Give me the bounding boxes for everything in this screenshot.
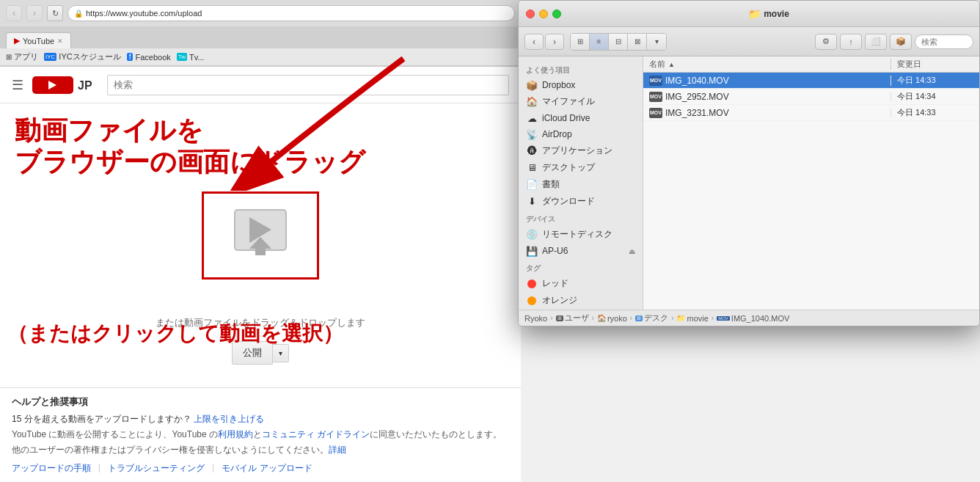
sidebar-item-ap-u6[interactable]: 💾 AP-U6 ⏏ bbox=[519, 243, 643, 259]
favorites-label: よく使う項目 bbox=[519, 61, 643, 77]
help-link3[interactable]: コミュニティ ガイドライン bbox=[262, 429, 370, 439]
coverflow-view-button[interactable]: ⊠ bbox=[628, 34, 647, 50]
tab-label: YouTube bbox=[23, 37, 54, 45]
drag-annotation: 動画ファイルを ブラウザーの画面にドラッグ bbox=[15, 114, 365, 178]
reload-button[interactable]: ↻ bbox=[47, 5, 63, 21]
footer-links: アップロードの手順 | トラブルシューティング | モバイル アップロード bbox=[12, 462, 509, 475]
help-link1[interactable]: 上限を引き上げる bbox=[194, 414, 264, 424]
view-dropdown-button[interactable]: ▾ bbox=[647, 34, 666, 50]
date-column-header[interactable]: 変更日 bbox=[891, 59, 979, 70]
window-traffic-lights bbox=[526, 10, 561, 18]
upload-box[interactable] bbox=[202, 191, 319, 280]
help-link2[interactable]: 利用規約 bbox=[218, 429, 253, 439]
menu-icon[interactable]: ☰ bbox=[12, 77, 23, 93]
file-date-0: 今日 14:33 bbox=[891, 75, 979, 86]
sidebar-item-applications[interactable]: 🅐 アプリケーション bbox=[519, 142, 643, 159]
column-headers: 名前 ▲ 変更日 bbox=[643, 56, 979, 73]
active-tab[interactable]: ▶ YouTube ✕ bbox=[6, 32, 71, 48]
bookmarks-bar: ⊞ アプリ IYC IYCスケジュール f Facebook Tw Tv... bbox=[0, 48, 521, 66]
column-view-button[interactable]: ⊟ bbox=[609, 34, 628, 50]
tags-button[interactable]: ⬜ bbox=[865, 34, 887, 50]
apps-icon: ⊞ bbox=[6, 53, 12, 61]
sidebar-item-desktop[interactable]: 🖥 デスクトップ bbox=[519, 159, 643, 176]
search-input[interactable] bbox=[107, 75, 509, 95]
click-annotation: （またはクリックして動画を選択） bbox=[7, 320, 343, 348]
finder-window: 📁 movie ‹ › ⊞ ≡ ⊟ ⊠ ▾ ⚙ ↑ ⬜ 📦 よく使う項目 📦 bbox=[518, 0, 980, 326]
status-icon-desktop: ⊞ デスク bbox=[635, 313, 668, 324]
tags-label: タグ bbox=[519, 259, 643, 275]
tab-close-icon[interactable]: ✕ bbox=[57, 37, 63, 45]
iyc-icon: IYC bbox=[44, 53, 56, 61]
back-nav-button[interactable]: ‹ bbox=[524, 34, 544, 50]
footer-link-upload[interactable]: アップロードの手順 bbox=[12, 462, 91, 475]
action-button[interactable]: ⚙ bbox=[815, 34, 837, 50]
browser-top-bar: ‹ › ↻ 🔒 https://www.youtube.com/upload bbox=[0, 0, 521, 26]
help-text5: 他のユーザーの著作権またはプライバシー権を侵害しないようにしてください。詳細 bbox=[12, 444, 509, 456]
status-path-ryoko: Ryoko bbox=[524, 314, 547, 323]
finder-statusbar: Ryoko › ⊞ ユーザ › 🏠 ryoko › ⊞ デスク › 📁 movi… bbox=[519, 310, 979, 326]
applications-icon: 🅐 bbox=[526, 145, 538, 157]
file-row-2[interactable]: MOV IMG_3231.MOV 今日 14:33 bbox=[643, 105, 979, 121]
bookmark-apps[interactable]: ⊞ アプリ bbox=[6, 51, 38, 62]
dropbox-sidebar-icon: 📦 bbox=[526, 79, 538, 91]
forward-nav-button[interactable]: › bbox=[545, 34, 564, 50]
sidebar-item-airdrop[interactable]: 📡 AirDrop bbox=[519, 126, 643, 142]
sidebar-item-dropbox[interactable]: 📦 Dropbox bbox=[519, 77, 643, 93]
sidebar-item-documents[interactable]: 📄 書類 bbox=[519, 176, 643, 193]
sidebar-item-downloads[interactable]: ⬇ ダウンロード bbox=[519, 193, 643, 210]
sidebar-item-remotedisk[interactable]: 💿 リモートディスク bbox=[519, 226, 643, 243]
address-bar[interactable]: 🔒 https://www.youtube.com/upload bbox=[67, 5, 515, 21]
finder-body: よく使う項目 📦 Dropbox 🏠 マイファイル ☁ iCloud Drive… bbox=[519, 56, 979, 310]
forward-button[interactable]: › bbox=[26, 5, 43, 21]
svg-text:JP: JP bbox=[78, 79, 92, 92]
back-button[interactable]: ‹ bbox=[6, 5, 22, 21]
status-icon-users: ⊞ ユーザ bbox=[556, 313, 589, 324]
sidebar-item-orange-tag[interactable]: オレンジ bbox=[519, 292, 643, 309]
minimize-button[interactable] bbox=[539, 10, 548, 18]
finder-file-area: 名前 ▲ 変更日 MOV IMG_1040.MOV 今日 14:33 MOV bbox=[643, 56, 979, 310]
cloud-icon: ☁ bbox=[526, 112, 538, 124]
tab-icon: ▶ bbox=[14, 36, 20, 45]
youtube-content: ☰ JP 動画ファイルを ブラウザーの画面にドラッグ bbox=[0, 67, 521, 482]
lock-icon: 🔒 bbox=[74, 10, 83, 18]
desktop-icon: 🖥 bbox=[526, 162, 538, 174]
status-icon-movie: 📁 movie bbox=[676, 314, 708, 323]
finder-toolbar: ‹ › ⊞ ≡ ⊟ ⊠ ▾ ⚙ ↑ ⬜ 📦 bbox=[519, 27, 979, 56]
status-icon-ryoko: 🏠 ryoko bbox=[597, 314, 627, 323]
bookmark-tv[interactable]: Tw Tv... bbox=[177, 53, 205, 62]
search-field[interactable] bbox=[915, 34, 973, 49]
file-list: MOV IMG_1040.MOV 今日 14:33 MOV IMG_2952.M… bbox=[643, 73, 979, 310]
finder-titlebar: 📁 movie bbox=[519, 1, 979, 27]
sidebar-item-red-tag[interactable]: レッド bbox=[519, 275, 643, 292]
share-button[interactable]: ↑ bbox=[840, 34, 862, 50]
eject-icon[interactable]: ⏏ bbox=[629, 247, 635, 255]
list-view-button[interactable]: ≡ bbox=[590, 34, 609, 50]
browser-chrome: ‹ › ↻ 🔒 https://www.youtube.com/upload ▶… bbox=[0, 0, 521, 67]
dropbox-button[interactable]: 📦 bbox=[890, 34, 912, 50]
mov-icon-1: MOV bbox=[649, 92, 662, 102]
devices-label: デバイス bbox=[519, 210, 643, 226]
name-column-header[interactable]: 名前 ▲ bbox=[643, 59, 891, 70]
sidebar-item-myfiles[interactable]: 🏠 マイファイル bbox=[519, 93, 643, 110]
help-title: ヘルプと推奨事項 bbox=[12, 395, 509, 409]
help-link4[interactable]: 詳細 bbox=[329, 445, 346, 455]
sidebar-item-icloud[interactable]: ☁ iCloud Drive bbox=[519, 110, 643, 126]
close-button[interactable] bbox=[526, 10, 535, 18]
file-row-1[interactable]: MOV IMG_2952.MOV 今日 14:34 bbox=[643, 89, 979, 105]
mov-icon-0: MOV bbox=[649, 76, 662, 86]
browser-tabs: ▶ YouTube ✕ bbox=[0, 26, 521, 48]
youtube-logo: JP bbox=[32, 73, 98, 97]
fullscreen-button[interactable] bbox=[552, 10, 561, 18]
folder-icon: 📁 bbox=[748, 8, 761, 20]
icon-view-button[interactable]: ⊞ bbox=[571, 34, 590, 50]
red-tag-dot bbox=[527, 280, 536, 288]
bookmark-iyc[interactable]: IYC IYCスケジュール bbox=[44, 51, 121, 62]
mov-icon-2: MOV bbox=[649, 108, 662, 118]
file-row-0[interactable]: MOV IMG_1040.MOV 今日 14:33 bbox=[643, 73, 979, 89]
footer-link-troubleshoot[interactable]: トラブルシューティング bbox=[108, 462, 205, 475]
remotedisk-icon: 💿 bbox=[526, 229, 538, 241]
footer-link-mobile[interactable]: モバイル アップロード bbox=[222, 462, 312, 475]
file-date-1: 今日 14:34 bbox=[891, 91, 979, 102]
browser-window: ‹ › ↻ 🔒 https://www.youtube.com/upload ▶… bbox=[0, 0, 521, 482]
bookmark-facebook[interactable]: f Facebook bbox=[127, 53, 171, 62]
